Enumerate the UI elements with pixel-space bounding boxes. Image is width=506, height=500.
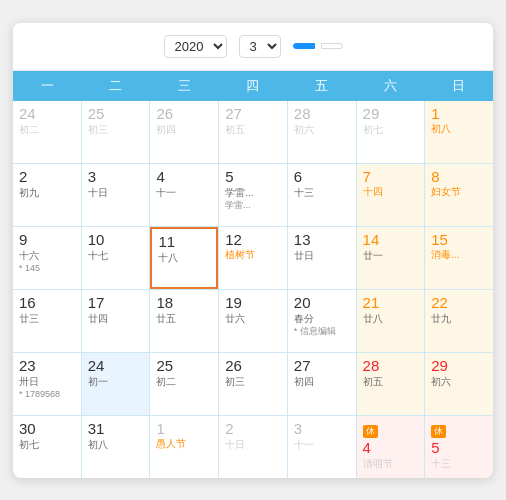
day-cell[interactable]: 14廿一 <box>357 227 425 289</box>
day-number: 11 <box>158 233 210 251</box>
day-number: 29 <box>363 105 419 123</box>
days-grid: 24初二25初三26初四27初五28初六29初七1初八2初九3十日4十一5学雷.… <box>13 101 493 478</box>
lunar-date: 消毒... <box>431 249 487 261</box>
day-cell[interactable]: 1愚人节 <box>150 416 218 478</box>
lunar-date: 初八 <box>431 123 487 135</box>
lunar-date: 初二 <box>156 376 212 388</box>
lunar-date: 廿一 <box>363 250 419 262</box>
day-number: 5 <box>225 168 281 186</box>
calendar-header: 2020 3 <box>13 23 493 71</box>
lunar-date: 廿四 <box>88 313 144 325</box>
lunar-date: 廿六 <box>225 313 281 325</box>
day-number: 5 <box>431 439 487 457</box>
day-number: 26 <box>156 105 212 123</box>
weekday-label: 日 <box>424 71 493 101</box>
day-cell[interactable]: 1初八 <box>425 101 493 163</box>
day-cell[interactable]: 17廿四 <box>82 290 150 352</box>
day-cell[interactable]: 26初三 <box>219 353 287 415</box>
day-cell[interactable]: 27初五 <box>219 101 287 163</box>
day-number: 6 <box>294 168 350 186</box>
day-number: 3 <box>294 420 350 438</box>
lunar-date: 初七 <box>19 439 75 451</box>
lunar-date: 十一 <box>294 439 350 451</box>
weekday-label: 一 <box>13 71 82 101</box>
day-cell[interactable]: 15消毒... <box>425 227 493 289</box>
day-cell[interactable]: 2十日 <box>219 416 287 478</box>
year-select[interactable]: 2020 <box>164 35 227 58</box>
day-number: 27 <box>294 357 350 375</box>
day-cell[interactable]: 28初六 <box>288 101 356 163</box>
day-number: 24 <box>19 105 75 123</box>
day-cell[interactable]: 29初七 <box>357 101 425 163</box>
lunar-date: 初三 <box>88 124 144 136</box>
rest-tag: 休 <box>363 425 378 438</box>
lunar-date: 初七 <box>363 124 419 136</box>
day-number: 4 <box>363 439 419 457</box>
day-cell[interactable]: 休4清明节 <box>357 416 425 478</box>
day-cell[interactable]: 2初九 <box>13 164 81 226</box>
day-cell[interactable]: 5学雷...学雷... <box>219 164 287 226</box>
day-number: 27 <box>225 105 281 123</box>
day-cell[interactable]: 29初六 <box>425 353 493 415</box>
day-cell[interactable]: 18廿五 <box>150 290 218 352</box>
day-number: 20 <box>294 294 350 312</box>
day-cell[interactable]: 休5十三 <box>425 416 493 478</box>
day-number: 8 <box>431 168 487 186</box>
lunar-date: 初六 <box>431 376 487 388</box>
day-cell[interactable]: 25初二 <box>150 353 218 415</box>
event-label: * 信息编辑 <box>294 326 350 337</box>
day-cell[interactable]: 13廿日 <box>288 227 356 289</box>
lunar-date: 初五 <box>363 376 419 388</box>
day-cell[interactable]: 28初五 <box>357 353 425 415</box>
day-cell[interactable]: 23卅日* 1789568 <box>13 353 81 415</box>
month-view-btn[interactable] <box>293 43 315 49</box>
day-number: 4 <box>156 168 212 186</box>
lunar-date: 廿五 <box>156 313 212 325</box>
lunar-date: 初八 <box>88 439 144 451</box>
day-number: 3 <box>88 168 144 186</box>
calendar-body: 一二三四五六日 24初二25初三26初四27初五28初六29初七1初八2初九3十… <box>13 71 493 478</box>
day-cell[interactable]: 16廿三 <box>13 290 81 352</box>
day-cell[interactable]: 22廿九 <box>425 290 493 352</box>
event-label: * 145 <box>19 263 75 274</box>
day-number: 16 <box>19 294 75 312</box>
day-cell[interactable]: 31初八 <box>82 416 150 478</box>
lunar-date: 廿三 <box>19 313 75 325</box>
month-select[interactable]: 3 <box>239 35 281 58</box>
day-cell[interactable]: 10十七 <box>82 227 150 289</box>
day-number: 9 <box>19 231 75 249</box>
year-view-btn[interactable] <box>321 43 343 49</box>
lunar-date: 初五 <box>225 124 281 136</box>
lunar-date: 十一 <box>156 187 212 199</box>
lunar-date: 植树节 <box>225 249 281 261</box>
day-cell[interactable]: 12植树节 <box>219 227 287 289</box>
day-number: 31 <box>88 420 144 438</box>
day-cell[interactable]: 8妇女节 <box>425 164 493 226</box>
day-cell[interactable]: 26初四 <box>150 101 218 163</box>
day-number: 23 <box>19 357 75 375</box>
day-cell[interactable]: 27初四 <box>288 353 356 415</box>
day-cell[interactable]: 4十一 <box>150 164 218 226</box>
day-cell[interactable]: 21廿八 <box>357 290 425 352</box>
day-number: 28 <box>363 357 419 375</box>
day-cell[interactable]: 30初七 <box>13 416 81 478</box>
weekday-label: 四 <box>219 71 288 101</box>
lunar-date: 十八 <box>158 252 210 264</box>
day-cell[interactable]: 3十日 <box>82 164 150 226</box>
day-cell[interactable]: 7十四 <box>357 164 425 226</box>
day-number: 28 <box>294 105 350 123</box>
day-cell[interactable]: 24初二 <box>13 101 81 163</box>
day-cell[interactable]: 3十一 <box>288 416 356 478</box>
day-cell[interactable]: 24初一 <box>82 353 150 415</box>
day-cell[interactable]: 11十八 <box>150 227 218 289</box>
day-cell[interactable]: 19廿六 <box>219 290 287 352</box>
day-number: 2 <box>19 168 75 186</box>
day-cell[interactable]: 25初三 <box>82 101 150 163</box>
lunar-date: 十七 <box>88 250 144 262</box>
day-cell[interactable]: 20春分* 信息编辑 <box>288 290 356 352</box>
day-cell[interactable]: 6十三 <box>288 164 356 226</box>
calendar: 2020 3 一二三四五六日 24初二25初三26初四27初五28初六29初七1… <box>13 23 493 478</box>
day-cell[interactable]: 9十六* 145 <box>13 227 81 289</box>
lunar-date: 卅日 <box>19 376 75 388</box>
lunar-date: 初二 <box>19 124 75 136</box>
